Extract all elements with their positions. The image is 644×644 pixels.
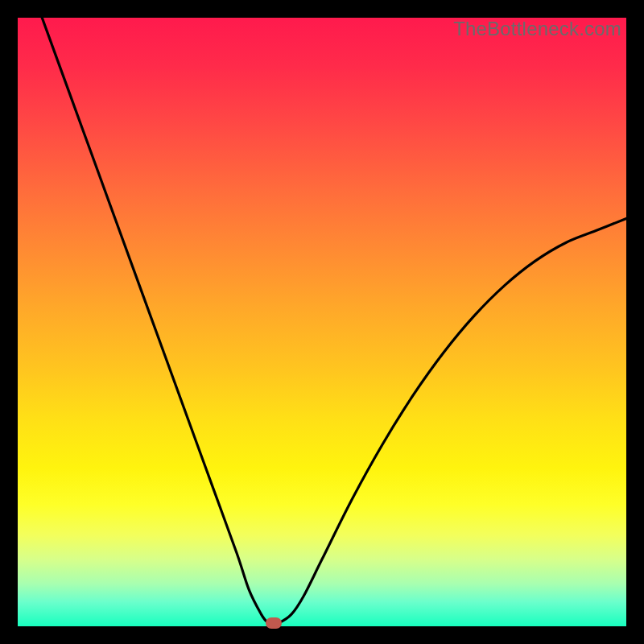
watermark-text: TheBottleneck.com [453, 18, 621, 40]
optimal-point-marker [266, 617, 282, 629]
bottleneck-curve [18, 18, 626, 626]
chart-frame: TheBottleneck.com [18, 18, 626, 626]
